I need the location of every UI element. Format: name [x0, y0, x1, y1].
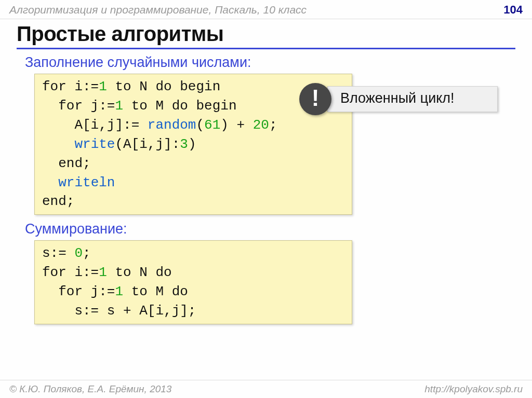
sum-l1c: ; — [83, 245, 91, 261]
title-underline — [17, 48, 515, 49]
sum-l2b: 1 — [99, 265, 107, 280]
code-l1a: for i:= — [42, 79, 99, 94]
code-l6a — [42, 175, 58, 190]
code-l3a: A[i,j]:= — [42, 117, 148, 133]
code-block-sum: s:= 0; for i:=1 to N do for j:=1 to M do… — [34, 240, 352, 324]
page-title: Простые алгоритмы — [17, 22, 515, 46]
section-heading-random: Заполнение случайными числами: — [25, 54, 532, 71]
code-l2b: 1 — [115, 98, 123, 114]
sum-l1b: 0 — [74, 245, 83, 261]
code-l5: end; — [42, 156, 91, 171]
code-l3c: ( — [196, 117, 204, 133]
sum-l3a: for j:= — [42, 284, 115, 299]
sum-l1a: s:= — [42, 245, 74, 261]
sum-l3c: to M do — [123, 284, 188, 299]
sum-l3b: 1 — [115, 284, 123, 299]
sum-l2c: to N do — [107, 265, 172, 280]
code-l4d: 3 — [180, 136, 188, 152]
breadcrumb: Алгоритмизация и программирование, Паска… — [9, 4, 307, 16]
footer-bar: © К.Ю. Поляков, Е.А. Ерёмин, 2013 http:/… — [0, 380, 532, 398]
code-l3g: ; — [269, 117, 277, 133]
page-number: 104 — [503, 3, 523, 17]
code-l6b: writeln — [58, 175, 115, 190]
code-l2a: for j:= — [42, 98, 115, 114]
code-l4b: write — [74, 136, 115, 152]
code-l7: end; — [42, 194, 74, 209]
code-l4e: ) — [188, 136, 196, 152]
copyright: © К.Ю. Поляков, Е.А. Ерёмин, 2013 — [9, 383, 171, 395]
callout-nested-loop: Вложенный цикл! — [327, 86, 498, 112]
footer-url: http://kpolyakov.spb.ru — [424, 383, 523, 395]
title-block: Простые алгоритмы — [0, 19, 532, 46]
sum-l2a: for i:= — [42, 265, 99, 280]
sum-l4: s:= s + A[i,j]; — [42, 303, 196, 319]
code-l3f: 20 — [253, 117, 269, 133]
code-l4c: (A[i,j]: — [115, 136, 180, 152]
exclaim-icon: ! — [299, 83, 331, 115]
code-l4a — [42, 136, 74, 152]
code-l3e: ) + — [220, 117, 252, 133]
code-l3d: 61 — [204, 117, 220, 133]
code-l1c: to N do begin — [107, 79, 220, 94]
header-bar: Алгоритмизация и программирование, Паска… — [0, 0, 532, 19]
code-l1b: 1 — [99, 79, 107, 94]
section-heading-sum: Суммирование: — [25, 221, 532, 237]
code-l3b: random — [148, 117, 196, 133]
code-l2c: to M do begin — [123, 98, 236, 114]
